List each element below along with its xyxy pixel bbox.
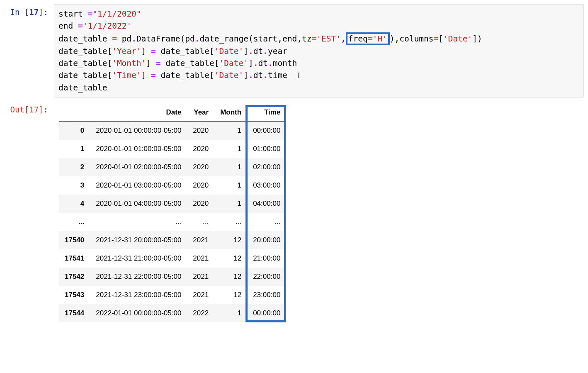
freq-highlight: freq='H' bbox=[346, 32, 390, 45]
cell-date: 2020-01-01 01:00:00-05:00 bbox=[90, 140, 187, 158]
cell-year: 2020 bbox=[187, 176, 214, 195]
table-row: 32020-01-01 03:00:00-05:002020103:00:00 bbox=[59, 176, 286, 195]
cell-time: 01:00:00 bbox=[247, 140, 286, 158]
cell-date: 2020-01-01 00:00:00-05:00 bbox=[90, 121, 187, 140]
cell-year: 2020 bbox=[187, 158, 214, 176]
table-row: 175402021-12-31 20:00:00-05:0020211220:0… bbox=[59, 231, 286, 249]
dataframe-wrap: Date Year Month Time 02020-01-01 00:00:0… bbox=[59, 104, 286, 322]
cell-time: ... bbox=[247, 213, 286, 231]
cell-time: 02:00:00 bbox=[247, 158, 286, 176]
cell-time: 20:00:00 bbox=[247, 231, 286, 249]
cell-time: 23:00:00 bbox=[247, 286, 286, 304]
table-row: 42020-01-01 04:00:00-05:002020104:00:00 bbox=[59, 195, 286, 213]
cell-month: 1 bbox=[214, 176, 247, 195]
row-index: 17541 bbox=[59, 249, 90, 268]
input-cell: In [17]: start ="1/1/2020" end ='1/1/202… bbox=[4, 4, 584, 98]
cell-month: 12 bbox=[214, 286, 247, 304]
cell-year: 2022 bbox=[187, 304, 214, 322]
row-index: 4 bbox=[59, 195, 90, 213]
table-row: 12020-01-01 01:00:00-05:002020101:00:00 bbox=[59, 140, 286, 158]
cell-date: 2021-12-31 20:00:00-05:00 bbox=[90, 231, 187, 249]
cell-month: 12 bbox=[214, 231, 247, 249]
cell-month: 1 bbox=[214, 304, 247, 322]
cell-time: 00:00:00 bbox=[247, 304, 286, 322]
output-area: Date Year Month Time 02020-01-01 00:00:0… bbox=[54, 102, 584, 324]
col-header-time: Time bbox=[247, 104, 286, 121]
cell-date: 2020-01-01 02:00:00-05:00 bbox=[90, 158, 187, 176]
table-row: 175442022-01-01 00:00:00-05:002022100:00… bbox=[59, 304, 286, 322]
cell-year: 2021 bbox=[187, 249, 214, 268]
cell-year: ... bbox=[187, 213, 214, 231]
cell-date: 2022-01-01 00:00:00-05:00 bbox=[90, 304, 187, 322]
text-cursor-icon: I bbox=[297, 69, 300, 81]
cell-time: 00:00:00 bbox=[247, 121, 286, 140]
cell-year: 2020 bbox=[187, 121, 214, 140]
cell-month: 12 bbox=[214, 249, 247, 268]
cell-month: ... bbox=[214, 213, 247, 231]
row-index: 3 bbox=[59, 176, 90, 195]
row-index: 17543 bbox=[59, 286, 90, 304]
output-cell: Out[17]: Date Year Month Time 02020-01-0… bbox=[4, 102, 584, 324]
cell-date: ... bbox=[90, 213, 187, 231]
out-prompt: Out[17]: bbox=[4, 102, 54, 117]
cell-month: 1 bbox=[214, 140, 247, 158]
cell-year: 2021 bbox=[187, 286, 214, 304]
table-row: 02020-01-01 00:00:00-05:002020100:00:00 bbox=[59, 121, 286, 140]
cell-date: 2021-12-31 23:00:00-05:00 bbox=[90, 286, 187, 304]
cell-year: 2020 bbox=[187, 195, 214, 213]
row-index: 2 bbox=[59, 158, 90, 176]
cell-time: 04:00:00 bbox=[247, 195, 286, 213]
table-row: ............... bbox=[59, 213, 286, 231]
row-index: 1 bbox=[59, 140, 90, 158]
dataframe-table: Date Year Month Time 02020-01-01 00:00:0… bbox=[59, 104, 286, 322]
cell-month: 1 bbox=[214, 158, 247, 176]
cell-date: 2021-12-31 22:00:00-05:00 bbox=[90, 268, 187, 286]
row-index: 17542 bbox=[59, 268, 90, 286]
col-header-month: Month bbox=[214, 104, 247, 121]
row-index: 17544 bbox=[59, 304, 90, 322]
cell-month: 1 bbox=[214, 121, 247, 140]
table-row: 175412021-12-31 21:00:00-05:0020211221:0… bbox=[59, 249, 286, 268]
cell-time: 21:00:00 bbox=[247, 249, 286, 268]
col-header-date: Date bbox=[90, 104, 187, 121]
table-row: 175422021-12-31 22:00:00-05:0020211222:0… bbox=[59, 268, 286, 286]
cell-month: 12 bbox=[214, 268, 247, 286]
cell-year: 2021 bbox=[187, 231, 214, 249]
row-index: 0 bbox=[59, 121, 90, 140]
table-row: 175432021-12-31 23:00:00-05:0020211223:0… bbox=[59, 286, 286, 304]
col-header-year: Year bbox=[187, 104, 214, 121]
cell-date: 2020-01-01 03:00:00-05:00 bbox=[90, 176, 187, 195]
in-prompt: In [17]: bbox=[4, 4, 54, 20]
cell-time: 22:00:00 bbox=[247, 268, 286, 286]
cell-year: 2020 bbox=[187, 140, 214, 158]
row-index: ... bbox=[59, 213, 90, 231]
cell-time: 03:00:00 bbox=[247, 176, 286, 195]
row-index: 17540 bbox=[59, 231, 90, 249]
cell-date: 2021-12-31 21:00:00-05:00 bbox=[90, 249, 187, 268]
cell-date: 2020-01-01 04:00:00-05:00 bbox=[90, 195, 187, 213]
col-header-index bbox=[59, 104, 90, 121]
table-row: 22020-01-01 02:00:00-05:002020102:00:00 bbox=[59, 158, 286, 176]
cell-year: 2021 bbox=[187, 268, 214, 286]
cell-month: 1 bbox=[214, 195, 247, 213]
code-cell[interactable]: start ="1/1/2020" end ='1/1/2022' date_t… bbox=[54, 4, 584, 98]
